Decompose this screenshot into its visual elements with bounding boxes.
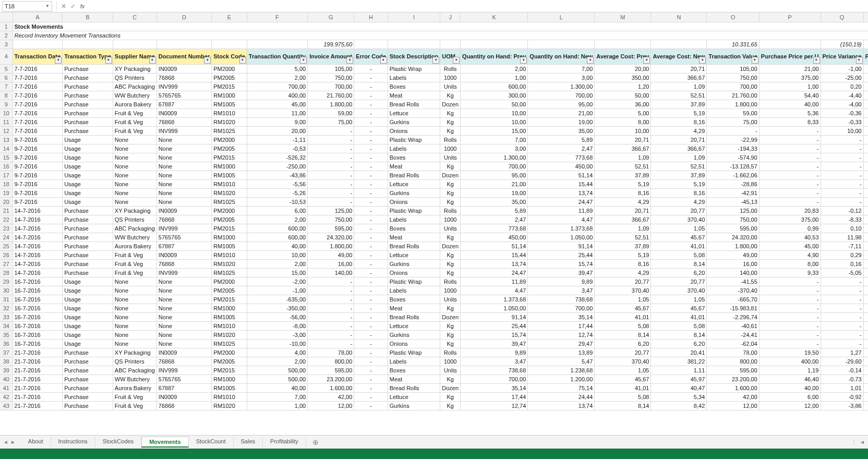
row-header[interactable]: 8 xyxy=(0,91,13,100)
data-cell[interactable]: Kg xyxy=(440,268,461,277)
data-cell[interactable]: 350,00 xyxy=(595,73,651,82)
data-cell[interactable]: Plastic Wrap xyxy=(388,277,440,286)
data-cell[interactable]: 20,77 xyxy=(595,277,651,286)
data-cell[interactable]: 59,00 xyxy=(707,108,760,117)
data-cell[interactable]: 140,00 xyxy=(308,268,354,277)
data-cell[interactable]: 1000 xyxy=(440,357,461,366)
data-cell[interactable]: -62,04 xyxy=(707,339,760,348)
data-cell[interactable]: Kg xyxy=(440,375,461,383)
data-cell[interactable]: Bread Rolls xyxy=(388,171,440,179)
data-cell[interactable]: - xyxy=(354,153,388,162)
data-cell[interactable]: Usage xyxy=(63,286,113,295)
data-cell[interactable]: 42,00 xyxy=(707,392,760,401)
data-cell[interactable]: - xyxy=(354,188,388,197)
column-header-G[interactable]: G xyxy=(308,13,354,22)
data-cell[interactable]: 366,67 xyxy=(651,73,707,82)
data-cell[interactable]: None xyxy=(156,144,211,153)
data-cell[interactable]: RM1020 xyxy=(212,188,247,197)
data-cell[interactable]: 41,01 xyxy=(651,312,707,321)
data-cell[interactable]: 45,67 xyxy=(595,375,651,383)
data-cell[interactable]: 8,14 xyxy=(595,401,651,410)
data-cell[interactable]: -47,5% xyxy=(863,401,868,410)
data-cell[interactable]: Onions xyxy=(388,339,440,348)
data-cell[interactable]: -2,00 xyxy=(247,277,307,286)
data-cell[interactable]: 14-7-2016 xyxy=(13,268,63,277)
data-cell[interactable]: INV999 xyxy=(156,126,211,135)
data-cell[interactable]: IN0009 xyxy=(156,206,211,215)
data-cell[interactable]: 21,00 xyxy=(759,64,821,73)
data-cell[interactable]: 20,77 xyxy=(651,277,707,286)
data-cell[interactable]: 6,20 xyxy=(651,268,707,277)
data-cell[interactable]: 5,34 xyxy=(651,392,707,401)
data-cell[interactable]: -24,41 xyxy=(707,330,760,339)
data-cell[interactable]: 12,00 xyxy=(759,401,821,410)
data-cell[interactable]: Units xyxy=(440,224,461,233)
data-cell[interactable]: Kg xyxy=(440,91,461,100)
data-cell[interactable]: Purchase xyxy=(63,215,113,224)
data-cell[interactable]: -10,53 xyxy=(247,197,307,206)
data-cell[interactable]: PM2000 xyxy=(212,135,247,144)
data-cell[interactable]: Fruit & Veg xyxy=(113,117,156,126)
data-cell[interactable]: -350,00 xyxy=(247,304,307,312)
row-header[interactable]: 11 xyxy=(0,117,13,126)
data-cell[interactable]: 21.760,00 xyxy=(707,91,760,100)
row-header[interactable]: 43 xyxy=(0,401,13,410)
data-cell[interactable]: 370,40 xyxy=(595,286,651,295)
data-cell[interactable]: 7-7-2016 xyxy=(13,82,63,91)
data-cell[interactable]: 450,00 xyxy=(461,233,528,241)
data-cell[interactable]: 7-7-2016 xyxy=(13,117,63,126)
data-cell[interactable]: Fruit & Veg xyxy=(113,259,156,268)
data-cell[interactable]: 12,00 xyxy=(308,401,354,410)
data-cell[interactable]: 3,47 xyxy=(528,286,595,295)
data-cell[interactable]: 0,99 xyxy=(759,224,821,233)
data-cell[interactable]: None xyxy=(156,171,211,179)
data-cell[interactable]: Gurkins xyxy=(388,259,440,268)
summary-cell[interactable] xyxy=(759,40,821,49)
data-cell[interactable]: -13,5% xyxy=(863,366,868,375)
data-cell[interactable]: 700,00 xyxy=(247,82,307,91)
data-cell[interactable]: Rolls xyxy=(440,206,461,215)
data-cell[interactable]: 1000 xyxy=(440,215,461,224)
data-cell[interactable]: -18,8% xyxy=(863,241,868,250)
data-cell[interactable]: 16-7-2016 xyxy=(13,295,63,304)
data-cell[interactable]: 24,47 xyxy=(461,268,528,277)
data-cell[interactable]: - xyxy=(759,286,821,295)
data-cell[interactable]: 16-7-2016 xyxy=(13,312,63,321)
data-cell[interactable]: Purchase xyxy=(63,375,113,383)
column-header-L[interactable]: L xyxy=(528,13,595,22)
data-cell[interactable]: 1,27 xyxy=(821,348,863,357)
data-cell[interactable]: 1,11 xyxy=(651,366,707,375)
data-cell[interactable]: 21-7-2016 xyxy=(13,392,63,401)
data-cell[interactable]: -10,00 xyxy=(247,339,307,348)
data-cell[interactable]: RM1025 xyxy=(212,268,247,277)
data-cell[interactable]: Kg xyxy=(440,321,461,330)
data-cell[interactable]: 1,05 xyxy=(651,295,707,304)
data-cell[interactable]: - xyxy=(354,392,388,401)
data-cell[interactable]: 0,0% xyxy=(863,321,868,330)
data-cell[interactable]: 25,44 xyxy=(461,321,528,330)
data-cell[interactable]: 0,0% xyxy=(863,188,868,197)
data-cell[interactable]: Purchase xyxy=(63,64,113,73)
data-cell[interactable]: 14-7-2016 xyxy=(13,250,63,259)
data-cell[interactable]: 11,89 xyxy=(528,206,595,215)
data-cell[interactable]: 9,33 xyxy=(759,268,821,277)
data-cell[interactable]: - xyxy=(759,179,821,188)
data-cell[interactable]: 366,67 xyxy=(595,144,651,153)
row-header[interactable]: 6 xyxy=(0,73,13,82)
data-cell[interactable]: 19,00 xyxy=(528,117,595,126)
data-cell[interactable]: Onions xyxy=(388,268,440,277)
data-cell[interactable]: - xyxy=(308,330,354,339)
data-cell[interactable]: 6,1% xyxy=(863,348,868,357)
data-cell[interactable]: -42,91 xyxy=(707,188,760,197)
data-cell[interactable]: 67887 xyxy=(156,383,211,392)
data-cell[interactable]: 8,00 xyxy=(595,117,651,126)
data-cell[interactable]: None xyxy=(113,135,156,144)
data-cell[interactable]: Labels xyxy=(388,357,440,366)
data-cell[interactable]: - xyxy=(821,304,863,312)
data-cell[interactable]: IN0009 xyxy=(156,250,211,259)
data-cell[interactable]: 9-7-2016 xyxy=(13,162,63,171)
table-header-H[interactable]: Error Code▾ xyxy=(354,49,388,64)
data-cell[interactable]: 595,00 xyxy=(308,224,354,233)
data-cell[interactable]: None xyxy=(113,197,156,206)
data-cell[interactable]: 4,47 xyxy=(461,286,528,295)
